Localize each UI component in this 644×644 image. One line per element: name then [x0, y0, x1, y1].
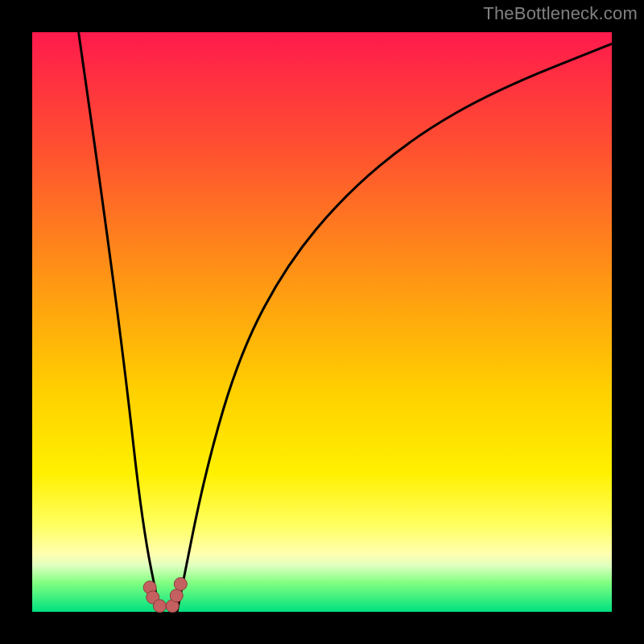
marker-dot [174, 577, 187, 590]
plot-area [32, 32, 612, 612]
marker-dot [170, 589, 183, 602]
marker-group [143, 577, 187, 612]
marker-dot [153, 600, 166, 613]
outer-frame: TheBottleneck.com [0, 0, 644, 644]
curve-right [177, 43, 612, 612]
chart-svg [32, 32, 612, 612]
curve-left [79, 32, 160, 612]
watermark-text: TheBottleneck.com [483, 3, 638, 24]
